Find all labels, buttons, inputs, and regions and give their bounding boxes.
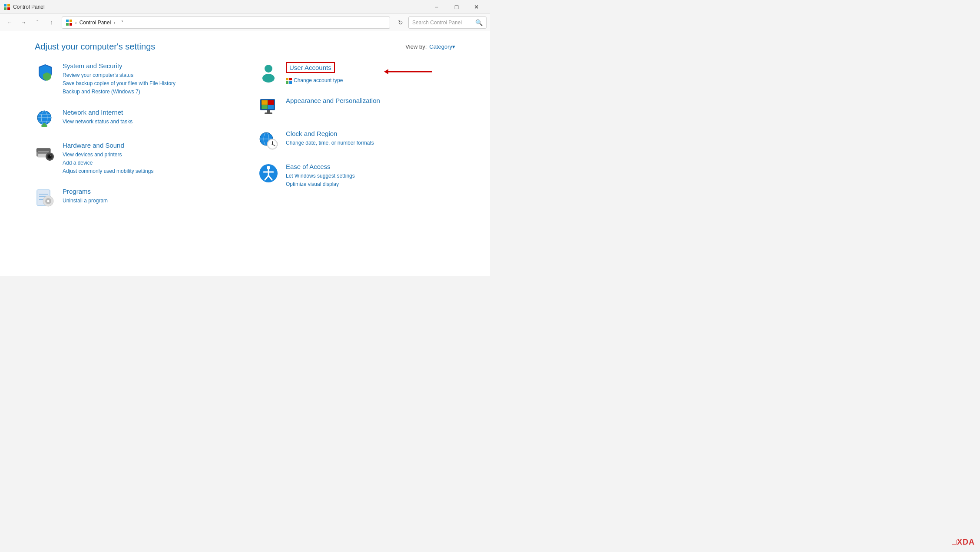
svg-rect-7 xyxy=(70,23,72,26)
svg-rect-1 xyxy=(7,4,10,7)
appearance-icon xyxy=(258,97,279,118)
user-accounts-text: User Accounts Change account type xyxy=(286,62,343,85)
windows-colorful-icon xyxy=(286,78,292,84)
category-appearance: Appearance and Personalization xyxy=(258,97,455,118)
left-column: System and Security Review your computer… xyxy=(35,62,232,221)
address-text: Control Panel xyxy=(79,20,111,26)
svg-point-31 xyxy=(47,200,50,202)
svg-rect-42 xyxy=(262,100,268,105)
ease-access-title[interactable]: Ease of Access xyxy=(286,163,355,170)
system-security-link-2[interactable]: Save backup copies of your files with Fi… xyxy=(63,79,175,88)
forward-button[interactable]: → xyxy=(17,17,30,29)
ease-access-icon-svg xyxy=(258,163,278,183)
svg-point-32 xyxy=(265,65,272,73)
globe-icon xyxy=(35,109,55,129)
view-by-value[interactable]: Category▾ xyxy=(429,43,455,50)
category-ease-access: Ease of Access Let Windows suggest setti… xyxy=(258,163,455,188)
hardware-sound-title[interactable]: Hardware and Sound xyxy=(63,142,153,149)
user-accounts-link-1[interactable]: Change account type xyxy=(294,76,343,85)
svg-rect-19 xyxy=(38,154,46,157)
page-title: Adjust your computer's settings xyxy=(35,42,155,52)
hardware-sound-link-2[interactable]: Add a device xyxy=(63,159,153,167)
search-bar[interactable]: Search Control Panel 🔍 xyxy=(408,17,487,29)
refresh-button[interactable]: ↻ xyxy=(394,17,407,29)
hardware-sound-icon xyxy=(35,142,56,162)
appearance-text: Appearance and Personalization xyxy=(286,97,380,106)
clock-region-icon-svg xyxy=(258,130,278,150)
appearance-title[interactable]: Appearance and Personalization xyxy=(286,97,380,104)
svg-rect-44 xyxy=(262,105,268,109)
svg-point-33 xyxy=(262,74,275,83)
programs-icon xyxy=(35,188,56,208)
clock-region-text: Clock and Region Change date, time, or n… xyxy=(286,130,374,147)
address-dropdown[interactable]: ˅ xyxy=(118,17,126,29)
appearance-icon-svg xyxy=(258,97,278,117)
user-icon-svg xyxy=(258,63,278,83)
svg-rect-3 xyxy=(7,7,10,10)
red-arrow-svg xyxy=(384,66,436,77)
window-title: Control Panel xyxy=(13,4,45,10)
svg-marker-39 xyxy=(384,69,388,74)
system-security-title[interactable]: System and Security xyxy=(63,62,175,69)
address-bar[interactable]: › Control Panel › ˅ xyxy=(62,17,390,29)
svg-rect-47 xyxy=(265,112,272,114)
ease-access-link-2[interactable]: Optimize visual display xyxy=(286,180,355,188)
network-internet-title[interactable]: Network and Internet xyxy=(63,109,132,116)
svg-point-56 xyxy=(272,144,273,145)
network-internet-icon xyxy=(35,109,56,129)
category-hardware-sound: Hardware and Sound View devices and prin… xyxy=(35,142,232,176)
ease-access-icon xyxy=(258,163,279,184)
control-panel-titlebar-icon xyxy=(3,3,10,10)
main-content: Adjust your computer's settings View by:… xyxy=(0,31,490,276)
clock-region-icon xyxy=(258,130,279,151)
clock-region-title[interactable]: Clock and Region xyxy=(286,130,374,137)
title-bar-left: Control Panel xyxy=(3,3,45,10)
categories-grid: System and Security Review your computer… xyxy=(35,62,455,221)
hardware-sound-link-1[interactable]: View devices and printers xyxy=(63,151,153,159)
svg-point-23 xyxy=(50,155,51,156)
network-internet-text: Network and Internet View network status… xyxy=(63,109,132,126)
address-bar-icon xyxy=(66,19,73,26)
category-programs: Programs Uninstall a program xyxy=(35,188,232,208)
svg-rect-0 xyxy=(4,4,7,7)
system-security-text: System and Security Review your computer… xyxy=(63,62,175,96)
hardware-sound-text: Hardware and Sound View devices and prin… xyxy=(63,142,153,176)
hardware-sound-link-3[interactable]: Adjust commonly used mobility settings xyxy=(63,167,153,175)
programs-link-1[interactable]: Uninstall a program xyxy=(63,197,108,205)
svg-rect-2 xyxy=(4,7,7,10)
category-clock-region: Clock and Region Change date, time, or n… xyxy=(258,130,455,151)
address-separator: › xyxy=(75,20,77,25)
svg-rect-15 xyxy=(41,125,47,127)
minimize-button[interactable]: − xyxy=(427,0,447,14)
programs-icon-svg xyxy=(35,188,55,208)
clock-region-link-1[interactable]: Change date, time, or number formats xyxy=(286,139,374,147)
address-end-separator: › xyxy=(113,20,115,25)
svg-rect-17 xyxy=(36,148,51,152)
maximize-button[interactable]: □ xyxy=(447,0,467,14)
svg-rect-4 xyxy=(66,20,69,22)
annotation-arrow xyxy=(384,66,436,77)
view-by-arrow: ▾ xyxy=(452,43,455,50)
category-user-accounts: User Accounts Change account type xyxy=(258,62,455,85)
ease-access-link-1[interactable]: Let Windows suggest settings xyxy=(286,172,355,180)
back-button[interactable]: ← xyxy=(3,17,16,29)
search-placeholder: Search Control Panel xyxy=(412,20,462,26)
system-security-link-1[interactable]: Review your computer's status xyxy=(63,71,175,79)
svg-rect-43 xyxy=(268,100,274,105)
page-header: Adjust your computer's settings View by:… xyxy=(35,42,455,52)
up-button[interactable]: ↑ xyxy=(45,17,57,29)
system-security-link-3[interactable]: Backup and Restore (Windows 7) xyxy=(63,88,175,96)
hardware-icon xyxy=(35,142,56,162)
close-button[interactable]: ✕ xyxy=(467,0,487,14)
svg-rect-18 xyxy=(38,151,49,152)
system-security-icon xyxy=(35,62,56,83)
title-bar: Control Panel − □ ✕ xyxy=(0,0,490,14)
network-internet-link-1[interactable]: View network status and tasks xyxy=(63,118,132,126)
programs-title[interactable]: Programs xyxy=(63,188,108,195)
programs-text: Programs Uninstall a program xyxy=(63,188,108,205)
view-by: View by: Category▾ xyxy=(405,43,455,50)
user-accounts-title[interactable]: User Accounts xyxy=(286,62,335,73)
title-bar-controls: − □ ✕ xyxy=(427,0,487,14)
svg-rect-6 xyxy=(66,23,69,26)
recent-button[interactable]: ˅ xyxy=(31,17,43,29)
